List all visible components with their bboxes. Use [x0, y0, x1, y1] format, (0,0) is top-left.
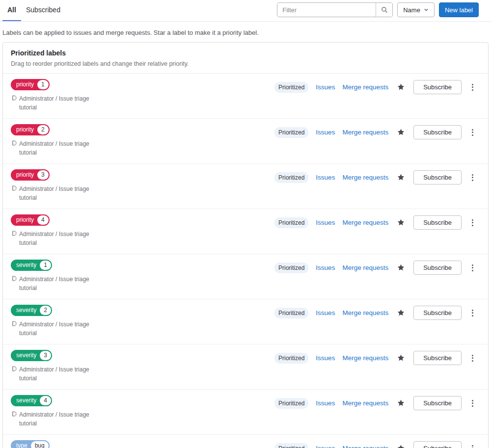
project-icon	[11, 139, 17, 146]
vertical-ellipsis-icon	[472, 219, 473, 221]
label-badge[interactable]: priority 3	[11, 169, 50, 181]
vertical-ellipsis-icon	[472, 129, 473, 131]
label-row[interactable]: severity 4 Administrator / Issue triage …	[3, 390, 488, 435]
star-filled-icon	[397, 444, 405, 448]
issues-link[interactable]: Issues	[316, 129, 335, 136]
merge-requests-link[interactable]: Merge requests	[342, 83, 388, 91]
project-path-text: Administrator / Issue triage tutorial	[19, 139, 98, 157]
more-actions-button[interactable]	[469, 262, 476, 274]
more-actions-button[interactable]	[469, 127, 476, 138]
subscribe-button[interactable]: Subscribe	[413, 80, 462, 94]
label-scope: severity	[12, 261, 40, 270]
more-actions-button[interactable]	[469, 352, 476, 364]
merge-requests-link[interactable]: Merge requests	[342, 264, 388, 271]
issues-link[interactable]: Issues	[316, 309, 335, 316]
new-label-button[interactable]: New label	[439, 2, 479, 17]
star-button[interactable]	[396, 173, 406, 182]
star-button[interactable]	[396, 399, 406, 407]
label-project-path: Administrator / Issue triage tutorial	[11, 275, 98, 292]
more-actions-button[interactable]	[469, 443, 476, 448]
label-badge[interactable]: severity 4	[11, 395, 52, 406]
label-scope: severity	[12, 306, 40, 315]
issues-link[interactable]: Issues	[316, 399, 335, 407]
tab-all[interactable]: All	[2, 0, 21, 21]
more-actions-button[interactable]	[469, 217, 476, 229]
search-icon	[381, 6, 388, 13]
search-button[interactable]	[376, 3, 392, 17]
vertical-ellipsis-icon	[472, 84, 473, 85]
label-row[interactable]: priority 2 Administrator / Issue triage …	[3, 119, 488, 164]
label-row[interactable]: severity 3 Administrator / Issue triage …	[3, 344, 488, 390]
more-actions-button[interactable]	[469, 397, 476, 409]
filter-input[interactable]	[277, 3, 376, 17]
label-badge[interactable]: priority 4	[11, 214, 50, 226]
vertical-ellipsis-icon	[472, 400, 473, 401]
issues-link[interactable]: Issues	[316, 264, 335, 271]
subscribe-button[interactable]: Subscribe	[413, 396, 462, 410]
label-actions: Prioritized Issues Merge requests Subscr…	[274, 80, 476, 94]
issues-link[interactable]: Issues	[316, 219, 335, 226]
star-filled-icon	[397, 128, 405, 136]
sort-dropdown[interactable]: Name	[397, 2, 435, 17]
merge-requests-link[interactable]: Merge requests	[342, 445, 388, 448]
star-button[interactable]	[396, 309, 406, 317]
subscribe-button[interactable]: Subscribe	[413, 441, 462, 448]
label-project-path: Administrator / Issue triage tutorial	[11, 184, 98, 202]
label-badge[interactable]: priority 2	[11, 124, 50, 135]
subscribe-button[interactable]: Subscribe	[413, 215, 462, 230]
subscribe-button[interactable]: Subscribe	[413, 125, 462, 139]
star-button[interactable]	[396, 128, 406, 136]
label-actions: Prioritized Issues Merge requests Subscr…	[274, 215, 476, 230]
label-row[interactable]: priority 1 Administrator / Issue triage …	[3, 74, 488, 119]
prioritized-badge: Prioritized	[274, 263, 308, 273]
label-row[interactable]: type bug Administrator / Issue triage tu…	[3, 435, 488, 448]
subscribe-button[interactable]: Subscribe	[413, 170, 462, 184]
chevron-down-icon	[424, 7, 429, 12]
project-path-text: Administrator / Issue triage tutorial	[19, 94, 98, 112]
merge-requests-link[interactable]: Merge requests	[342, 354, 388, 362]
label-row[interactable]: priority 3 Administrator / Issue triage …	[3, 164, 488, 209]
label-row[interactable]: priority 4 Administrator / Issue triage …	[3, 209, 488, 254]
tab-subscribed[interactable]: Subscribed	[21, 0, 65, 21]
merge-requests-link[interactable]: Merge requests	[342, 174, 388, 181]
merge-requests-link[interactable]: Merge requests	[342, 399, 388, 407]
subscribe-button[interactable]: Subscribe	[413, 306, 462, 320]
star-button[interactable]	[396, 83, 406, 91]
label-value: bug	[31, 441, 49, 448]
label-row[interactable]: severity 1 Administrator / Issue triage …	[3, 254, 488, 299]
merge-requests-link[interactable]: Merge requests	[342, 309, 388, 316]
vertical-ellipsis-icon	[472, 445, 473, 447]
label-badge[interactable]: type bug	[11, 440, 50, 448]
merge-requests-link[interactable]: Merge requests	[342, 129, 388, 136]
label-value: 2	[37, 125, 49, 134]
prioritized-labels-panel: Prioritized labels Drag to reorder prior…	[2, 42, 489, 448]
vertical-ellipsis-icon	[472, 310, 473, 311]
more-actions-button[interactable]	[469, 172, 476, 184]
star-button[interactable]	[396, 264, 406, 272]
more-actions-button[interactable]	[469, 307, 476, 319]
label-scope: priority	[12, 215, 37, 225]
project-icon	[11, 410, 17, 417]
merge-requests-link[interactable]: Merge requests	[342, 219, 388, 226]
sort-dropdown-label: Name	[403, 6, 420, 14]
star-button[interactable]	[396, 218, 406, 227]
label-badge[interactable]: severity 3	[11, 350, 52, 361]
label-badge[interactable]: priority 1	[11, 79, 50, 90]
star-button[interactable]	[396, 444, 406, 448]
label-badge[interactable]: severity 1	[11, 260, 52, 271]
project-path-text: Administrator / Issue triage tutorial	[19, 275, 98, 292]
subscribe-button[interactable]: Subscribe	[413, 261, 462, 275]
label-badge[interactable]: severity 2	[11, 305, 52, 316]
label-value: 4	[40, 396, 51, 405]
project-path-text: Administrator / Issue triage tutorial	[19, 320, 98, 338]
issues-link[interactable]: Issues	[316, 83, 335, 91]
subscribe-button[interactable]: Subscribe	[413, 351, 462, 365]
issues-link[interactable]: Issues	[316, 445, 335, 448]
label-row[interactable]: severity 2 Administrator / Issue triage …	[3, 299, 488, 344]
issues-link[interactable]: Issues	[316, 174, 335, 181]
project-icon	[11, 230, 17, 237]
label-scope: severity	[12, 396, 40, 405]
issues-link[interactable]: Issues	[316, 354, 335, 362]
star-button[interactable]	[396, 354, 406, 362]
more-actions-button[interactable]	[469, 81, 476, 93]
